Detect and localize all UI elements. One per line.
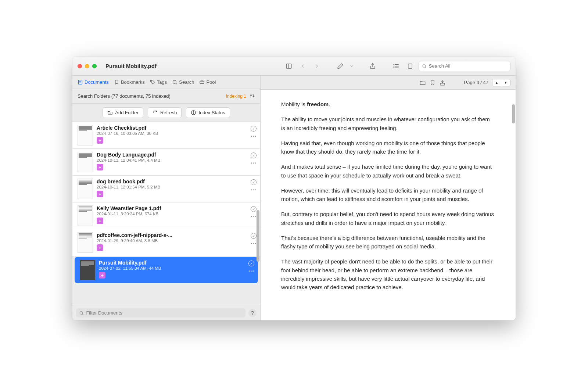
nav-back-icon[interactable]	[297, 61, 308, 71]
sort-icon[interactable]	[249, 93, 255, 100]
share-icon[interactable]	[367, 61, 378, 71]
svg-point-27	[80, 311, 83, 314]
document-meta: 2024-07-02, 11:55:04 AM, 44 MB	[99, 266, 245, 270]
document-list: Article Checklist.pdf 2024-07-16, 10:03:…	[72, 122, 260, 305]
sidebar: Documents Bookmarks Tags Search Pool	[72, 76, 261, 320]
svg-line-11	[425, 67, 426, 68]
close-button[interactable]	[78, 64, 82, 68]
svg-point-26	[194, 112, 194, 112]
document-item[interactable]: Pursuit Mobility.pdf 2024-07-02, 11:55:0…	[75, 257, 258, 283]
document-item[interactable]: dog breed book.pdf 2024-10-11, 12:01:54 …	[72, 176, 260, 202]
download-icon[interactable]	[439, 79, 446, 86]
document-item[interactable]: pdfcoffee.com-jeff-nippard-s-... 2024-01…	[72, 229, 260, 256]
tab-bookmarks-label: Bookmarks	[121, 79, 145, 85]
document-more-icon[interactable]: ···	[251, 213, 257, 220]
document-thumbnail	[78, 205, 93, 226]
svg-point-10	[423, 64, 426, 67]
document-more-icon[interactable]: ···	[251, 187, 257, 193]
sidebar-footer: ?	[72, 305, 260, 320]
tab-pool[interactable]: Pool	[199, 79, 216, 85]
add-tag-button[interactable]: +	[97, 164, 103, 170]
bookmark-icon	[114, 79, 119, 85]
add-folder-button[interactable]: Add Folder	[103, 107, 143, 118]
sidebar-tabs: Documents Bookmarks Tags Search Pool	[72, 76, 260, 89]
refresh-label: Refresh	[160, 110, 177, 115]
zoom-button[interactable]	[92, 64, 97, 68]
sidebar-scrollbar[interactable]	[257, 210, 259, 262]
paragraph: But, contrary to popular belief, you don…	[281, 210, 495, 227]
tab-tags[interactable]: Tags	[150, 79, 167, 85]
document-meta: 2024-01-11, 3:20:24 PM, 674 KB	[97, 212, 247, 216]
page-down-button[interactable]: ▼	[501, 79, 510, 86]
index-status-button[interactable]: Index Status	[186, 107, 230, 118]
page-up-button[interactable]: ▲	[492, 79, 501, 86]
svg-line-28	[82, 314, 83, 315]
help-button[interactable]: ?	[248, 309, 257, 317]
add-tag-button[interactable]: +	[97, 244, 103, 251]
document-more-icon[interactable]: ···	[251, 133, 257, 140]
document-item[interactable]: Kelly Wearstler Page 1.pdf 2024-01-11, 3…	[72, 202, 260, 229]
tab-search[interactable]: Search	[172, 79, 194, 85]
document-more-icon[interactable]: ···	[251, 240, 257, 247]
add-tag-button[interactable]: +	[97, 218, 103, 224]
tab-documents[interactable]: Documents	[78, 79, 109, 85]
document-name: Dog Body Language.pdf	[97, 152, 247, 158]
window-title: Pursuit Mobility.pdf	[104, 63, 157, 69]
folder-summary-row: Search Folders (77 documents, 75 indexed…	[72, 89, 260, 104]
filter-field[interactable]	[76, 308, 245, 317]
svg-rect-9	[408, 64, 412, 68]
edit-icon[interactable]	[335, 61, 346, 71]
folder-summary: Search Folders (77 documents, 75 indexed…	[78, 93, 171, 99]
add-tag-button[interactable]: +	[97, 137, 103, 144]
tab-tags-label: Tags	[157, 79, 167, 85]
svg-point-16	[173, 80, 176, 84]
document-more-icon[interactable]: ···	[248, 268, 254, 274]
document-item[interactable]: Dog Body Language.pdf 2024-10-11, 12:04:…	[72, 149, 260, 176]
document-name: dog breed book.pdf	[97, 179, 247, 184]
app-window: Pursuit Mobility.pdf	[72, 57, 516, 320]
sidebar-toggle-icon[interactable]	[283, 61, 294, 71]
search-field[interactable]	[419, 61, 510, 71]
add-tag-button[interactable]: +	[97, 191, 103, 197]
paragraph: However, over time; this will eventually…	[281, 186, 495, 204]
viewer-toolbar: Page 4 / 47 ▲ ▼	[261, 76, 516, 90]
nav-forward-icon[interactable]	[311, 61, 322, 71]
folder-plus-icon	[107, 110, 113, 115]
document-meta: 2024-10-11, 12:04:41 PM, 4.4 MB	[97, 158, 247, 162]
document-more-icon[interactable]: ···	[251, 160, 257, 166]
filter-input[interactable]	[86, 310, 243, 316]
list-icon[interactable]	[391, 61, 402, 71]
svg-point-6	[394, 64, 394, 65]
paragraph: The vast majority of people don't need t…	[281, 257, 495, 291]
document-meta: 2024-07-16, 10:03:05 AM, 30 KB	[97, 131, 247, 136]
indexed-check-icon	[251, 233, 257, 239]
search-input[interactable]	[429, 63, 507, 69]
document-meta: 2024-01-29, 9:29:40 AM, 8.8 MB	[97, 238, 247, 243]
svg-point-8	[394, 67, 394, 68]
content-scrollbar[interactable]	[512, 104, 515, 123]
document-name: Pursuit Mobility.pdf	[99, 260, 245, 266]
page-icon[interactable]	[405, 61, 416, 71]
indexing-status: Indexing 1	[226, 94, 246, 99]
indexed-check-icon	[251, 152, 257, 158]
document-thumbnail	[78, 125, 93, 146]
paragraph: Having said that, even though working on…	[281, 139, 495, 156]
paragraph: Mobility is freedom.	[281, 100, 495, 108]
refresh-icon	[153, 110, 158, 115]
document-name: Article Checklist.pdf	[97, 125, 247, 131]
svg-line-17	[176, 83, 177, 84]
page-indicator: Page 4 / 47	[464, 80, 489, 85]
tab-bookmarks[interactable]: Bookmarks	[114, 79, 145, 85]
document-meta: 2024-10-11, 12:01:54 PM, 5.2 MB	[97, 185, 247, 189]
document-thumbnail	[78, 232, 93, 253]
tag-icon	[150, 79, 155, 85]
add-tag-button[interactable]: +	[99, 272, 105, 279]
folder-icon[interactable]	[419, 79, 426, 86]
document-item[interactable]: Article Checklist.pdf 2024-07-16, 10:03:…	[72, 122, 260, 149]
indexed-check-icon	[251, 179, 257, 185]
minimize-button[interactable]	[85, 64, 89, 68]
svg-rect-0	[286, 64, 291, 68]
edit-menu-chevron-icon[interactable]	[349, 61, 355, 71]
refresh-button[interactable]: Refresh	[148, 107, 182, 118]
bookmark-toolbar-icon[interactable]	[430, 80, 435, 86]
